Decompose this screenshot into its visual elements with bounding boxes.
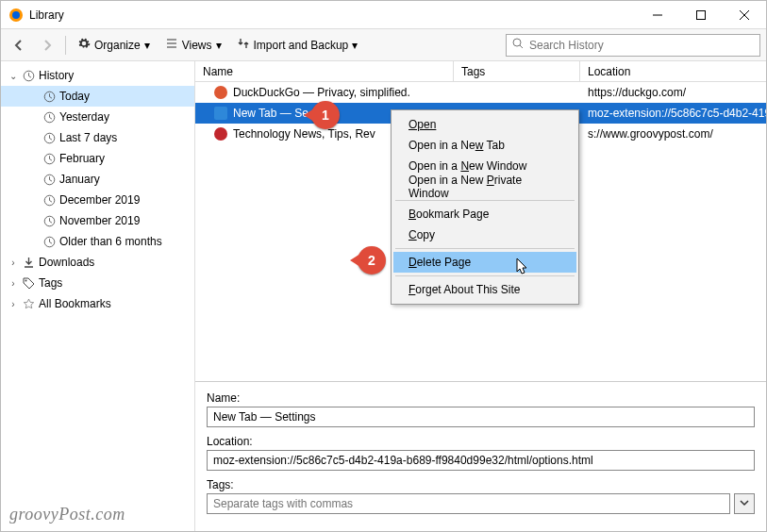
minimize-button[interactable]	[636, 1, 679, 29]
context-menu: Open Open in a New Tab Open in a New Win…	[391, 109, 579, 305]
detail-name-label: Name:	[207, 391, 755, 405]
sidebar-item-label: Last 7 days	[59, 131, 117, 144]
annotation-marker-2: 2	[358, 246, 386, 274]
separator	[65, 36, 66, 55]
ctx-separator	[395, 200, 575, 201]
search-input[interactable]	[529, 39, 754, 52]
clock-icon	[42, 173, 56, 186]
favicon	[214, 107, 227, 120]
download-icon	[22, 256, 35, 269]
clock-icon	[42, 90, 56, 103]
views-label: Views	[182, 39, 212, 52]
twisty-icon[interactable]: ›	[8, 258, 18, 268]
sidebar-yesterday[interactable]: Yesterday	[1, 107, 194, 127]
sidebar-item-label: Today	[59, 90, 90, 103]
import-backup-button[interactable]: Import and Backup ▾	[231, 33, 364, 57]
clock-icon	[42, 214, 56, 227]
detail-location-input[interactable]	[207, 450, 755, 471]
close-button[interactable]	[723, 1, 766, 29]
back-button[interactable]	[7, 35, 31, 56]
row-location: moz-extension://5c86c7c5-d4b2-419a-…	[580, 107, 766, 120]
sidebar-february[interactable]: February	[1, 148, 194, 169]
detail-tags-label: Tags:	[207, 478, 755, 491]
gear-icon	[77, 37, 91, 53]
clock-icon	[42, 131, 56, 144]
import-icon	[237, 37, 250, 53]
twisty-icon[interactable]: ›	[8, 278, 18, 289]
detail-name-input[interactable]	[207, 407, 755, 427]
sidebar-january[interactable]: January	[1, 169, 194, 190]
sidebar-item-label: Downloads	[39, 256, 94, 269]
cursor-icon	[516, 258, 531, 279]
sidebar-dec2019[interactable]: December 2019	[1, 190, 194, 210]
ctx-delete[interactable]: Delete Page	[393, 252, 576, 273]
sidebar-nov2019[interactable]: November 2019	[1, 210, 194, 231]
ctx-copy[interactable]: Copy	[393, 224, 576, 245]
favicon	[214, 86, 227, 99]
sidebar-history[interactable]: ⌄ History	[1, 65, 194, 86]
sidebar-item-label: December 2019	[59, 193, 140, 207]
sidebar-today[interactable]: Today	[1, 86, 194, 107]
clock-icon	[42, 193, 56, 207]
twisty-icon[interactable]: ⌄	[8, 71, 18, 81]
sidebar-last7[interactable]: Last 7 days	[1, 127, 194, 148]
twisty-icon[interactable]: ›	[8, 299, 18, 309]
svg-rect-3	[697, 10, 706, 19]
ctx-separator	[395, 275, 575, 276]
list-icon	[165, 37, 178, 53]
sidebar-item-label: All Bookmarks	[39, 297, 111, 310]
titlebar: Library	[1, 1, 766, 29]
sidebar-item-label: February	[59, 152, 105, 165]
ctx-forget[interactable]: Forget About This Site	[393, 279, 576, 300]
dropdown-icon: ▾	[144, 39, 150, 52]
annotation-marker-1: 1	[311, 101, 340, 129]
import-label: Import and Backup	[254, 39, 349, 52]
organize-button[interactable]: Organize ▾	[72, 33, 156, 57]
ctx-separator	[395, 248, 575, 249]
ctx-bookmark[interactable]: Bookmark Page	[393, 204, 576, 224]
sidebar-item-label: November 2019	[59, 214, 140, 227]
svg-line-10	[520, 45, 523, 48]
sidebar-tags[interactable]: › Tags	[1, 273, 194, 293]
search-box[interactable]	[506, 34, 760, 57]
svg-point-1	[12, 11, 20, 19]
star-icon	[22, 297, 35, 310]
column-headers: Name Tags Location	[195, 61, 766, 82]
ctx-open-private[interactable]: Open in a New Private Window	[393, 176, 576, 197]
clock-icon	[42, 235, 56, 248]
forward-button[interactable]	[35, 35, 59, 56]
organize-label: Organize	[94, 39, 141, 52]
col-location[interactable]: Location	[580, 61, 766, 81]
ctx-open-tab[interactable]: Open in a New Tab	[393, 135, 576, 156]
favicon	[214, 127, 227, 141]
clock-icon	[22, 69, 35, 82]
col-tags[interactable]: Tags	[454, 61, 580, 81]
sidebar-all-bookmarks[interactable]: › All Bookmarks	[1, 293, 194, 314]
tags-dropdown-button[interactable]	[734, 493, 755, 514]
detail-location-label: Location:	[207, 435, 755, 448]
tag-icon	[22, 276, 35, 290]
ctx-open[interactable]: Open	[393, 114, 576, 135]
col-name[interactable]: Name	[195, 61, 454, 81]
sidebar-item-label: January	[59, 173, 100, 186]
svg-point-9	[513, 39, 521, 46]
history-row[interactable]: DuckDuckGo — Privacy, simplified. https:…	[195, 82, 766, 103]
dropdown-icon: ▾	[352, 39, 358, 52]
watermark: groovyPost.com	[9, 505, 125, 524]
sidebar-older[interactable]: Older than 6 months	[1, 231, 194, 252]
sidebar-downloads[interactable]: › Downloads	[1, 252, 194, 273]
dropdown-icon: ▾	[216, 39, 222, 52]
svg-point-20	[25, 279, 26, 281]
toolbar: Organize ▾ Views ▾ Import and Backup ▾	[1, 29, 766, 61]
body: ⌄ History Today Yesterday Last 7 days Fe…	[1, 61, 766, 531]
views-button[interactable]: Views ▾	[159, 33, 227, 57]
search-icon	[512, 38, 524, 52]
sidebar-item-label: Tags	[39, 276, 62, 290]
detail-tags-input[interactable]	[207, 493, 730, 514]
app-icon	[8, 8, 24, 23]
maximize-button[interactable]	[679, 1, 723, 29]
sidebar: ⌄ History Today Yesterday Last 7 days Fe…	[1, 61, 195, 531]
sidebar-item-label: Older than 6 months	[59, 235, 162, 248]
clock-icon	[42, 152, 56, 165]
window-controls	[636, 1, 766, 29]
